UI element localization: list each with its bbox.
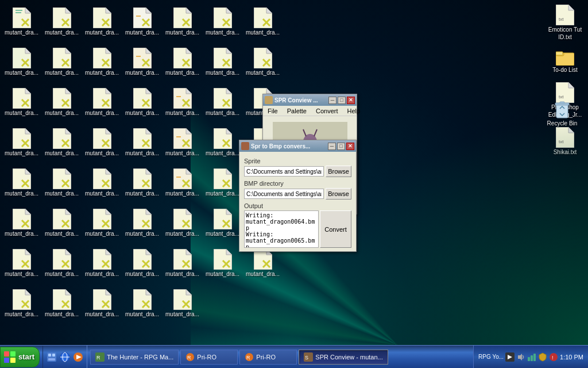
close-button[interactable]: ✕ — [347, 97, 355, 104]
svg-rect-248 — [10, 358, 16, 363]
list-item[interactable]: mutant_dra... — [123, 285, 161, 322]
media-player-icon[interactable] — [72, 351, 84, 363]
list-item[interactable]: mutant_dra... — [3, 83, 40, 121]
list-item[interactable]: mutant_dra... — [123, 244, 161, 282]
icon-label: mutant_dra... — [165, 231, 199, 237]
output-textarea[interactable]: Writing: mutant_dragon0064.bmp Writing: … — [244, 210, 319, 248]
network-icon[interactable] — [527, 352, 536, 362]
close-button[interactable]: ✕ — [346, 143, 354, 150]
list-item[interactable]: mutant_dra... — [43, 43, 80, 80]
list-item[interactable]: mutant_dra... — [43, 204, 80, 241]
list-item[interactable]: mutant_dra... — [3, 285, 40, 322]
list-item[interactable]: mutant_dra... — [3, 43, 40, 80]
list-item[interactable]: mutant_dra... — [3, 3, 40, 40]
minimize-button[interactable]: ─ — [328, 143, 336, 150]
list-item[interactable]: mutant_dra... — [123, 204, 161, 241]
security-icon[interactable] — [538, 352, 547, 362]
taskbar-item-pri-ro-2[interactable]: R Pri-RO — [239, 350, 297, 365]
maximize-button[interactable]: □ — [338, 97, 346, 104]
list-item[interactable]: mutant_dra... — [204, 3, 241, 40]
desktop-icon-shikai[interactable]: txt Shikai.txt — [545, 125, 585, 157]
sprite-browse-button[interactable]: Browse — [326, 166, 351, 177]
media-control-icon[interactable] — [505, 352, 514, 362]
list-item[interactable]: mutant_dra... — [164, 164, 201, 201]
list-item[interactable]: mutant_dra... — [43, 3, 80, 40]
show-desktop-icon[interactable] — [46, 351, 57, 363]
icon-label: mutant_dra... — [85, 231, 119, 237]
list-item[interactable]: mutant_dra... — [83, 244, 121, 282]
list-item[interactable]: mutant_dra... — [123, 3, 161, 40]
list-item[interactable]: mutant_dra... — [43, 244, 80, 282]
list-item[interactable]: mutant_dra... — [123, 83, 161, 121]
taskbar-item-spr-conview[interactable]: S SPR Conview - mutan... — [299, 350, 388, 365]
list-item[interactable]: mutant_dra... — [83, 43, 121, 80]
menu-palette[interactable]: Palette — [285, 107, 308, 115]
svg-rect-268 — [528, 357, 530, 361]
antivirus-icon[interactable]: ! — [549, 352, 558, 362]
pri-ro-icon: R — [185, 352, 195, 362]
list-item[interactable]: mutant_dra... — [164, 244, 201, 282]
menu-file[interactable]: File — [266, 107, 280, 115]
minimize-button[interactable]: ─ — [328, 97, 336, 104]
svg-rect-247 — [4, 358, 9, 363]
list-item[interactable]: mutant_dra... — [3, 204, 40, 241]
list-item[interactable]: mutant_dra... — [204, 43, 241, 80]
list-item[interactable]: mutant_dra... — [83, 83, 121, 121]
convert-button[interactable]: Convert — [320, 210, 351, 248]
volume-icon[interactable] — [516, 352, 525, 362]
svg-marker-119 — [25, 168, 31, 174]
list-item[interactable]: mutant_dra... — [164, 83, 201, 121]
bmp-input[interactable] — [244, 189, 324, 199]
list-item[interactable]: mutant_dra... — [83, 204, 121, 241]
list-item[interactable]: mutant_dra... — [43, 285, 80, 322]
menu-convert[interactable]: Convert — [314, 107, 340, 115]
list-item[interactable]: mutant_dra... — [204, 124, 241, 161]
list-item[interactable]: mutant_dra... — [3, 244, 40, 282]
list-item[interactable]: mutant_dra... — [164, 285, 201, 322]
list-item[interactable]: mutant_dra... — [43, 164, 80, 201]
svg-text:txt: txt — [559, 17, 564, 22]
list-item[interactable]: mutant_dra... — [123, 43, 161, 80]
list-item[interactable]: mutant_dra... — [244, 3, 281, 40]
ie-icon[interactable] — [59, 351, 71, 363]
svg-marker-28 — [266, 7, 272, 13]
svg-marker-65 — [65, 88, 71, 94]
list-item[interactable]: mutant_dra... — [83, 124, 121, 161]
desktop-icon-emoticon-txt[interactable]: txt Emoticon Tut ID.txt — [545, 3, 585, 42]
list-item[interactable]: mutant_dra... — [244, 43, 281, 80]
spr-bmp-window[interactable]: Spr to Bmp convers... ─ □ ✕ Sprite Brows… — [239, 140, 357, 252]
list-item[interactable]: mutant_dra... — [83, 285, 121, 322]
bmp-browse-button[interactable]: Browse — [326, 188, 351, 200]
list-item[interactable]: mutant_dra... — [3, 124, 40, 161]
desktop-icon-recycle-bin[interactable]: Recycle Bin — [542, 97, 582, 128]
icon-label: mutant_dra... — [165, 70, 199, 76]
taskbar-item-pri-ro-1[interactable]: R Pri-RO — [180, 350, 238, 365]
spr-conview-titlebar[interactable]: SPR Conview ... ─ □ ✕ — [263, 94, 357, 106]
list-item[interactable]: mutant_dra... — [164, 3, 201, 40]
svg-text:txt: txt — [559, 139, 564, 144]
list-item[interactable]: mutant_dra... — [83, 164, 121, 201]
sprite-input[interactable] — [244, 166, 324, 177]
desktop-icon-todo[interactable]: To-do List — [545, 48, 585, 75]
list-item[interactable]: mutant_dra... — [123, 164, 161, 201]
list-item[interactable]: mutant_dra... — [43, 83, 80, 121]
list-item[interactable]: mutant_dra... — [204, 83, 241, 121]
list-item[interactable]: mutant_dra... — [204, 244, 241, 282]
svg-text:R: R — [96, 355, 100, 361]
list-item[interactable]: mutant_dra... — [83, 3, 121, 40]
list-item[interactable]: mutant_dra... — [164, 124, 201, 161]
list-item[interactable]: mutant_dra... — [204, 204, 241, 241]
icon-label: mutant_dra... — [125, 70, 159, 76]
list-item[interactable]: mutant_dra... — [164, 204, 201, 241]
list-item[interactable]: mutant_dra... — [3, 164, 40, 201]
list-item[interactable]: mutant_dra... — [43, 124, 80, 161]
menu-help[interactable]: Help — [346, 107, 362, 115]
taskbar-item-label: Pri-RO — [256, 354, 276, 361]
spr-bmp-titlebar[interactable]: Spr to Bmp convers... ─ □ ✕ — [239, 140, 356, 152]
maximize-button[interactable]: □ — [337, 143, 345, 150]
start-button[interactable]: start — [0, 347, 40, 367]
taskbar-item-hunter-rpg[interactable]: R The Hunter - RPG Ma... — [90, 350, 179, 365]
list-item[interactable]: mutant_dra... — [204, 164, 241, 201]
list-item[interactable]: mutant_dra... — [164, 43, 201, 80]
list-item[interactable]: mutant_dra... — [123, 124, 161, 161]
